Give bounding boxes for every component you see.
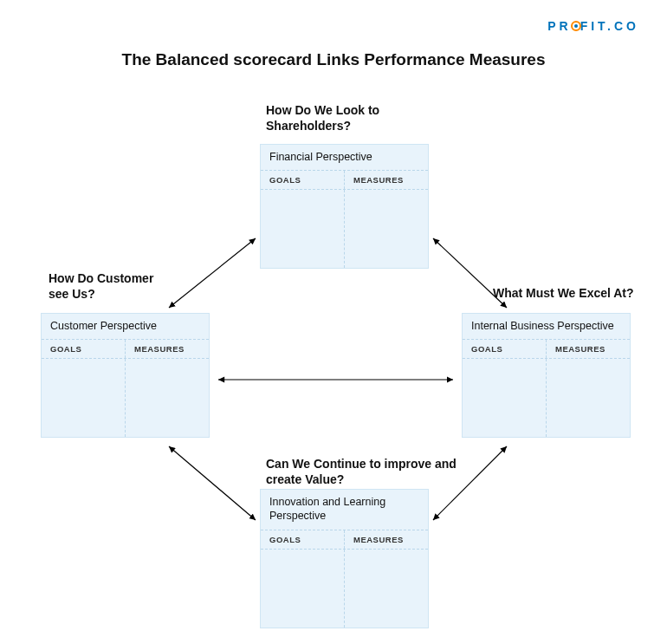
question-customer: How Do Customer see Us? — [49, 270, 170, 302]
question-innovation: Can We Continue to improve and create Va… — [266, 456, 457, 487]
col-measures: MEASURES — [547, 340, 630, 358]
target-icon — [571, 21, 581, 31]
cell-measures — [126, 359, 209, 437]
card-internal: Internal Business Perspective GOALS MEAS… — [462, 313, 631, 438]
brand-text-pre: PR — [547, 19, 571, 33]
cell-measures — [345, 190, 428, 268]
col-goals: GOALS — [261, 530, 345, 549]
question-financial: How Do We Look to Shareholders? — [266, 102, 457, 133]
card-internal-title: Internal Business Perspective — [463, 314, 630, 340]
card-financial-title: Financial Perspective — [261, 145, 428, 171]
col-goals: GOALS — [463, 340, 547, 358]
question-internal: What Must We Excel At? — [493, 285, 634, 301]
cell-measures — [547, 359, 630, 437]
cell-measures — [345, 550, 428, 628]
cell-goals — [463, 359, 547, 437]
page-title: The Balanced scorecard Links Performance… — [0, 50, 667, 69]
brand-logo: PRFIT.CO — [547, 19, 639, 33]
col-measures: MEASURES — [126, 340, 209, 358]
col-measures: MEASURES — [345, 530, 428, 549]
svg-line-3 — [169, 446, 256, 520]
col-measures: MEASURES — [345, 171, 428, 189]
cell-goals — [261, 550, 345, 628]
card-innovation: Innovation and Learning Perspective GOAL… — [260, 489, 429, 628]
col-goals: GOALS — [42, 340, 126, 358]
svg-line-1 — [169, 238, 256, 308]
cell-goals — [261, 190, 345, 268]
col-goals: GOALS — [261, 171, 345, 189]
card-innovation-title: Innovation and Learning Perspective — [261, 490, 428, 530]
brand-text-post: FIT.CO — [580, 19, 639, 33]
card-customer-title: Customer Perspective — [42, 314, 209, 340]
card-financial: Financial Perspective GOALS MEASURES — [260, 144, 429, 269]
cell-goals — [42, 359, 126, 437]
card-customer: Customer Perspective GOALS MEASURES — [41, 313, 210, 438]
